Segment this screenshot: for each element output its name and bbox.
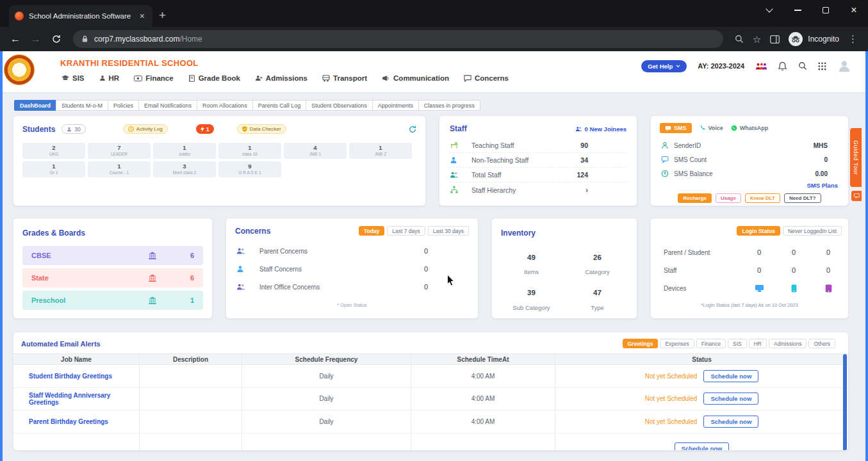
- schedule-now-button[interactable]: Schedule now: [703, 392, 758, 405]
- browser-menu-icon[interactable]: ⋮: [848, 33, 858, 45]
- concern-row-staff: Staff Concerns 0: [236, 260, 468, 278]
- inventory-card: Inventory 49Items 26Category 39Sub Categ…: [491, 218, 637, 319]
- notifications-bell-icon[interactable]: [778, 61, 787, 71]
- nav-item-admissions[interactable]: Admissions: [255, 74, 307, 82]
- lock-icon[interactable]: [81, 35, 88, 43]
- refresh-icon[interactable]: [409, 125, 416, 133]
- nav-item-gradebook[interactable]: Grade Book: [188, 74, 240, 82]
- new-joinees-link[interactable]: 0 New Joinees: [575, 125, 626, 133]
- table-scrollbar[interactable]: [843, 353, 847, 451]
- tablet-device-icon[interactable]: [819, 284, 838, 293]
- people-group-icon[interactable]: [755, 62, 767, 70]
- side-panel-icon[interactable]: [770, 35, 780, 44]
- recharge-button[interactable]: Recharge: [678, 193, 711, 203]
- tab-title: School Administration Software: [29, 12, 133, 20]
- job-link[interactable]: Parent Birthday Greetings: [13, 410, 140, 433]
- sms-plans-link[interactable]: SMS Plans: [661, 182, 838, 189]
- subnav-tab-parents-call-log[interactable]: Parents Call Log: [252, 100, 307, 111]
- grade-row-state[interactable]: State 6: [22, 268, 203, 287]
- sms-row-count: SMS Count 0: [661, 152, 838, 166]
- subnav-tab-classes-in-progress[interactable]: Classes in progress: [418, 100, 480, 111]
- filter-admissions[interactable]: Admissions: [769, 339, 807, 348]
- incognito-profile-chip[interactable]: Incognito: [789, 32, 839, 46]
- subnav-tab-students-mom[interactable]: Students M-o-M: [56, 100, 108, 111]
- data-checker-chip[interactable]: Data Checker: [237, 124, 286, 134]
- schedule-now-button[interactable]: Schedule now: [675, 442, 730, 451]
- subnav-tab-room-allocations[interactable]: Room Allocations: [197, 100, 253, 111]
- filter-expenses[interactable]: Expenses: [660, 339, 694, 348]
- class-tile[interactable]: 3Mont class 2: [153, 161, 216, 177]
- grade-row-preschool[interactable]: Preschool 1: [22, 291, 203, 310]
- chevron-right-icon[interactable]: ›: [585, 186, 588, 195]
- tab-sms[interactable]: SMS: [660, 123, 692, 133]
- need-dlt-button[interactable]: Need DLT?: [784, 193, 821, 203]
- filter-greetings[interactable]: Greetings: [623, 339, 659, 348]
- address-bar[interactable]: corp7.myclassboard.com/Home: [73, 30, 723, 48]
- class-tile[interactable]: 1Gr 1: [22, 161, 85, 177]
- job-link[interactable]: Staff Wedding Anniversary Greetings: [13, 388, 140, 410]
- tab-close-icon[interactable]: ×: [138, 11, 147, 21]
- class-tile[interactable]: 9G R A D E 1: [218, 161, 281, 177]
- grade-row-cbse[interactable]: CBSE 6: [22, 246, 203, 265]
- academic-year-selector[interactable]: AY: 2023-2024: [698, 62, 744, 70]
- alert-count-badge[interactable]: 1: [196, 124, 214, 134]
- reload-icon[interactable]: [47, 30, 65, 48]
- subnav-tab-policies[interactable]: Policies: [108, 100, 139, 111]
- filter-last-7-days[interactable]: Last 7 days: [387, 226, 425, 236]
- tab-voice[interactable]: Voice: [700, 125, 723, 131]
- nav-item-communication[interactable]: Communication: [382, 74, 449, 82]
- class-tile[interactable]: 1Course - 1: [88, 161, 151, 177]
- window-close-button[interactable]: ×: [840, 0, 868, 20]
- back-icon[interactable]: ←: [6, 30, 24, 48]
- new-tab-button[interactable]: +: [152, 8, 174, 27]
- desktop-device-icon[interactable]: [749, 284, 769, 293]
- mobile-device-icon[interactable]: [784, 284, 803, 293]
- usage-button[interactable]: Usage: [716, 193, 741, 203]
- class-tile[interactable]: 2UKG: [22, 143, 85, 159]
- filter-last-30-days[interactable]: Last 30 days: [428, 226, 469, 236]
- subnav-tab-appointments[interactable]: Appointments: [372, 100, 419, 111]
- tab-search-chevron-icon[interactable]: [755, 0, 783, 20]
- schedule-now-button[interactable]: Schedule now: [703, 416, 758, 428]
- tab-whatsapp[interactable]: WhatsApp: [731, 125, 769, 131]
- subnav-tab-dashboard[interactable]: DashBoard: [14, 100, 56, 111]
- filter-login-status[interactable]: Login Status: [737, 226, 780, 236]
- forward-icon[interactable]: →: [27, 30, 45, 48]
- apps-grid-icon[interactable]: [818, 62, 826, 70]
- class-tile[interactable]: 1subbu: [153, 143, 216, 159]
- job-link[interactable]: Student Birthday Greetings: [13, 365, 140, 387]
- know-dlt-button[interactable]: Know DLT: [745, 193, 780, 203]
- schedule-now-button[interactable]: Schedule now: [703, 370, 758, 382]
- nav-item-concerns[interactable]: Concerns: [464, 74, 509, 82]
- browser-tab[interactable]: School Administration Software ×: [9, 5, 152, 27]
- table-scrollbar-thumb[interactable]: [843, 354, 847, 451]
- nav-item-finance[interactable]: Finance: [134, 74, 173, 82]
- class-tile[interactable]: 4JME 1: [284, 143, 347, 159]
- filter-sis[interactable]: SIS: [728, 339, 747, 348]
- nav-item-hr[interactable]: HR: [99, 74, 120, 82]
- filter-finance[interactable]: Finance: [696, 339, 726, 348]
- window-minimize-button[interactable]: [783, 0, 812, 20]
- header-search-icon[interactable]: [798, 61, 807, 70]
- bookmark-star-icon[interactable]: ☆: [753, 35, 761, 44]
- nav-item-transport[interactable]: Transport: [322, 74, 367, 82]
- filter-hr[interactable]: HR: [749, 339, 767, 348]
- class-tile[interactable]: 1class 10: [218, 143, 281, 159]
- feedback-icon[interactable]: [851, 191, 862, 201]
- nav-item-sis[interactable]: SIS: [61, 74, 85, 82]
- staff-row-hierarchy[interactable]: Staff Hierarchy ›: [450, 182, 626, 197]
- filter-never-loggedin[interactable]: Never LoggedIn List: [783, 226, 842, 236]
- filter-others[interactable]: Others: [808, 339, 835, 348]
- class-tile[interactable]: 7LEADER: [88, 143, 151, 159]
- guided-tour-tab[interactable]: Guided Tour: [850, 128, 862, 187]
- filter-today[interactable]: Today: [359, 226, 384, 236]
- user-avatar-icon[interactable]: [837, 59, 851, 73]
- staff-row-total: Total Staff 124: [450, 168, 626, 182]
- class-tile[interactable]: 1JME 2: [349, 143, 412, 159]
- activity-log-chip[interactable]: Activity Log: [123, 124, 168, 134]
- window-maximize-button[interactable]: [812, 0, 840, 20]
- get-help-button[interactable]: Get Help: [641, 60, 687, 72]
- subnav-tab-student-observations[interactable]: Student Observations: [306, 100, 373, 111]
- subnav-tab-email-notifications[interactable]: Email Notifications: [138, 100, 197, 111]
- search-icon[interactable]: [735, 35, 744, 44]
